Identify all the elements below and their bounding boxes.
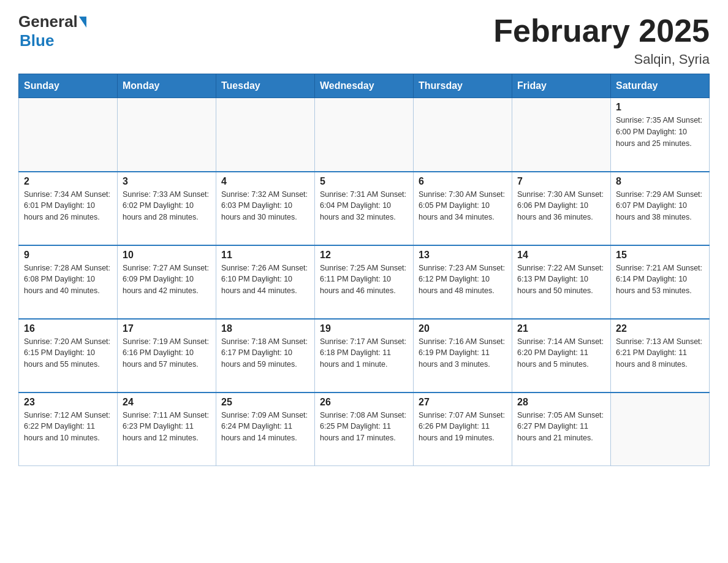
calendar-cell bbox=[315, 98, 414, 172]
title-section: February 2025 Salqin, Syria bbox=[493, 12, 710, 67]
calendar-cell: 11Sunrise: 7:26 AM Sunset: 6:10 PM Dayli… bbox=[216, 245, 315, 319]
day-info: Sunrise: 7:18 AM Sunset: 6:17 PM Dayligh… bbox=[221, 336, 309, 370]
calendar-cell bbox=[611, 393, 710, 466]
logo-blue-text: Blue bbox=[20, 31, 54, 50]
day-number: 8 bbox=[616, 176, 704, 187]
day-number: 22 bbox=[616, 323, 704, 334]
day-number: 28 bbox=[517, 397, 605, 408]
calendar-cell: 23Sunrise: 7:12 AM Sunset: 6:22 PM Dayli… bbox=[19, 393, 118, 466]
day-info: Sunrise: 7:35 AM Sunset: 6:00 PM Dayligh… bbox=[616, 115, 704, 149]
day-number: 7 bbox=[517, 176, 605, 187]
calendar-cell: 14Sunrise: 7:22 AM Sunset: 6:13 PM Dayli… bbox=[512, 245, 611, 319]
day-number: 14 bbox=[517, 250, 605, 261]
day-number: 27 bbox=[419, 397, 507, 408]
day-number: 5 bbox=[320, 176, 408, 187]
calendar-week-row: 2Sunrise: 7:34 AM Sunset: 6:01 PM Daylig… bbox=[19, 172, 710, 245]
day-info: Sunrise: 7:33 AM Sunset: 6:02 PM Dayligh… bbox=[123, 189, 211, 223]
calendar-cell bbox=[512, 98, 611, 172]
calendar-cell: 16Sunrise: 7:20 AM Sunset: 6:15 PM Dayli… bbox=[19, 319, 118, 393]
month-title: February 2025 bbox=[493, 12, 710, 49]
calendar-cell: 15Sunrise: 7:21 AM Sunset: 6:14 PM Dayli… bbox=[611, 245, 710, 319]
calendar-cell: 19Sunrise: 7:17 AM Sunset: 6:18 PM Dayli… bbox=[315, 319, 414, 393]
day-info: Sunrise: 7:07 AM Sunset: 6:26 PM Dayligh… bbox=[419, 410, 507, 444]
day-number: 15 bbox=[616, 250, 704, 261]
calendar-cell: 25Sunrise: 7:09 AM Sunset: 6:24 PM Dayli… bbox=[216, 393, 315, 466]
calendar-cell: 24Sunrise: 7:11 AM Sunset: 6:23 PM Dayli… bbox=[118, 393, 216, 466]
day-info: Sunrise: 7:20 AM Sunset: 6:15 PM Dayligh… bbox=[24, 336, 112, 370]
day-info: Sunrise: 7:09 AM Sunset: 6:24 PM Dayligh… bbox=[221, 410, 309, 444]
day-header-monday: Monday bbox=[118, 74, 216, 98]
day-number: 21 bbox=[517, 323, 605, 334]
day-info: Sunrise: 7:26 AM Sunset: 6:10 PM Dayligh… bbox=[221, 262, 309, 297]
calendar-cell bbox=[216, 98, 315, 172]
day-info: Sunrise: 7:05 AM Sunset: 6:27 PM Dayligh… bbox=[517, 410, 605, 444]
calendar-header-row: SundayMondayTuesdayWednesdayThursdayFrid… bbox=[19, 74, 710, 98]
calendar-cell: 4Sunrise: 7:32 AM Sunset: 6:03 PM Daylig… bbox=[216, 172, 315, 245]
calendar-cell: 13Sunrise: 7:23 AM Sunset: 6:12 PM Dayli… bbox=[414, 245, 512, 319]
day-header-tuesday: Tuesday bbox=[216, 74, 315, 98]
day-number: 6 bbox=[419, 176, 507, 187]
day-info: Sunrise: 7:16 AM Sunset: 6:19 PM Dayligh… bbox=[419, 336, 507, 370]
day-number: 20 bbox=[419, 323, 507, 334]
logo: General Blue bbox=[18, 12, 86, 50]
day-number: 2 bbox=[24, 176, 112, 187]
day-header-friday: Friday bbox=[512, 74, 611, 98]
calendar-cell bbox=[19, 98, 118, 172]
day-number: 25 bbox=[221, 397, 309, 408]
day-number: 16 bbox=[24, 323, 112, 334]
day-number: 17 bbox=[123, 323, 211, 334]
calendar-cell: 26Sunrise: 7:08 AM Sunset: 6:25 PM Dayli… bbox=[315, 393, 414, 466]
day-number: 24 bbox=[123, 397, 211, 408]
calendar-cell: 28Sunrise: 7:05 AM Sunset: 6:27 PM Dayli… bbox=[512, 393, 611, 466]
day-number: 1 bbox=[616, 102, 704, 113]
page-header: General Blue February 2025 Salqin, Syria bbox=[18, 12, 710, 67]
day-header-sunday: Sunday bbox=[19, 74, 118, 98]
calendar-cell: 1Sunrise: 7:35 AM Sunset: 6:00 PM Daylig… bbox=[611, 98, 710, 172]
day-info: Sunrise: 7:31 AM Sunset: 6:04 PM Dayligh… bbox=[320, 189, 408, 223]
calendar-cell bbox=[118, 98, 216, 172]
calendar-cell: 2Sunrise: 7:34 AM Sunset: 6:01 PM Daylig… bbox=[19, 172, 118, 245]
day-number: 9 bbox=[24, 250, 112, 261]
calendar-cell: 10Sunrise: 7:27 AM Sunset: 6:09 PM Dayli… bbox=[118, 245, 216, 319]
day-number: 4 bbox=[221, 176, 309, 187]
day-info: Sunrise: 7:25 AM Sunset: 6:11 PM Dayligh… bbox=[320, 262, 408, 297]
day-number: 13 bbox=[419, 250, 507, 261]
day-number: 19 bbox=[320, 323, 408, 334]
day-number: 18 bbox=[221, 323, 309, 334]
calendar-cell: 6Sunrise: 7:30 AM Sunset: 6:05 PM Daylig… bbox=[414, 172, 512, 245]
calendar-cell: 27Sunrise: 7:07 AM Sunset: 6:26 PM Dayli… bbox=[414, 393, 512, 466]
day-info: Sunrise: 7:27 AM Sunset: 6:09 PM Dayligh… bbox=[123, 262, 211, 297]
logo-general-text: General bbox=[18, 12, 78, 31]
day-info: Sunrise: 7:23 AM Sunset: 6:12 PM Dayligh… bbox=[419, 262, 507, 297]
day-info: Sunrise: 7:14 AM Sunset: 6:20 PM Dayligh… bbox=[517, 336, 605, 370]
calendar-cell: 9Sunrise: 7:28 AM Sunset: 6:08 PM Daylig… bbox=[19, 245, 118, 319]
calendar-week-row: 1Sunrise: 7:35 AM Sunset: 6:00 PM Daylig… bbox=[19, 98, 710, 172]
day-header-saturday: Saturday bbox=[611, 74, 710, 98]
day-info: Sunrise: 7:17 AM Sunset: 6:18 PM Dayligh… bbox=[320, 336, 408, 370]
calendar-week-row: 16Sunrise: 7:20 AM Sunset: 6:15 PM Dayli… bbox=[19, 319, 710, 393]
logo-arrow-icon bbox=[79, 17, 86, 28]
day-info: Sunrise: 7:30 AM Sunset: 6:05 PM Dayligh… bbox=[419, 189, 507, 223]
day-number: 12 bbox=[320, 250, 408, 261]
day-number: 10 bbox=[123, 250, 211, 261]
calendar-cell: 17Sunrise: 7:19 AM Sunset: 6:16 PM Dayli… bbox=[118, 319, 216, 393]
day-number: 23 bbox=[24, 397, 112, 408]
calendar-cell: 21Sunrise: 7:14 AM Sunset: 6:20 PM Dayli… bbox=[512, 319, 611, 393]
day-info: Sunrise: 7:34 AM Sunset: 6:01 PM Dayligh… bbox=[24, 189, 112, 223]
calendar-cell: 22Sunrise: 7:13 AM Sunset: 6:21 PM Dayli… bbox=[611, 319, 710, 393]
day-info: Sunrise: 7:32 AM Sunset: 6:03 PM Dayligh… bbox=[221, 189, 309, 223]
day-header-thursday: Thursday bbox=[414, 74, 512, 98]
day-info: Sunrise: 7:30 AM Sunset: 6:06 PM Dayligh… bbox=[517, 189, 605, 223]
day-info: Sunrise: 7:08 AM Sunset: 6:25 PM Dayligh… bbox=[320, 410, 408, 444]
day-info: Sunrise: 7:19 AM Sunset: 6:16 PM Dayligh… bbox=[123, 336, 211, 370]
day-number: 26 bbox=[320, 397, 408, 408]
day-header-wednesday: Wednesday bbox=[315, 74, 414, 98]
calendar-cell: 20Sunrise: 7:16 AM Sunset: 6:19 PM Dayli… bbox=[414, 319, 512, 393]
calendar-cell: 7Sunrise: 7:30 AM Sunset: 6:06 PM Daylig… bbox=[512, 172, 611, 245]
calendar-cell: 18Sunrise: 7:18 AM Sunset: 6:17 PM Dayli… bbox=[216, 319, 315, 393]
day-number: 11 bbox=[221, 250, 309, 261]
day-info: Sunrise: 7:13 AM Sunset: 6:21 PM Dayligh… bbox=[616, 336, 704, 370]
day-info: Sunrise: 7:21 AM Sunset: 6:14 PM Dayligh… bbox=[616, 262, 704, 297]
calendar-cell: 3Sunrise: 7:33 AM Sunset: 6:02 PM Daylig… bbox=[118, 172, 216, 245]
day-number: 3 bbox=[123, 176, 211, 187]
